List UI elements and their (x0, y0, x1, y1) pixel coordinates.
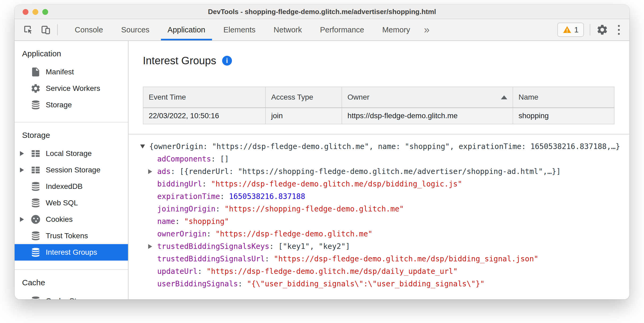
tab-sources[interactable]: Sources (112, 19, 158, 40)
interest-groups-table: Event TimeAccess TypeOwnerName 22/03/202… (143, 87, 614, 124)
sidebar-item-indexeddb[interactable]: IndexedDB (15, 178, 128, 195)
gear-icon (30, 83, 41, 94)
sidebar-section-title: Storage (15, 129, 128, 141)
devtools-toolbar: ConsoleSourcesApplicationElementsNetwork… (15, 19, 629, 41)
sidebar-item-web-sql[interactable]: Web SQL (15, 195, 128, 211)
device-toolbar-icon[interactable] (40, 24, 51, 35)
tree-row[interactable]: expirationTime: 1650538216.837188 (140, 190, 629, 203)
database-icon (30, 197, 41, 209)
tree-row[interactable]: userBiddingSignals: "{\"user_bidding_sig… (140, 278, 629, 290)
table-row[interactable]: 22/03/2022, 10:50:16joinhttps://dsp-fled… (143, 108, 614, 124)
sidebar-section-title: Cache (15, 277, 128, 288)
inspect-element-icon[interactable] (23, 24, 34, 35)
tree-row[interactable]: adComponents: [] (140, 153, 629, 165)
sidebar-item-interest-groups[interactable]: Interest Groups (15, 244, 128, 261)
tree-row[interactable]: name: "shopping" (140, 215, 629, 228)
sidebar-section-application: Application Manifest Service Workers Sto… (15, 41, 128, 122)
tab-console[interactable]: Console (66, 19, 112, 40)
toolbar-separator (57, 24, 58, 35)
sidebar-section-cache: Cache Cache Storage (15, 269, 128, 299)
interest-groups-panel: Interest Groups i Event TimeAccess TypeO… (128, 41, 629, 299)
warning-icon (563, 25, 572, 34)
tree-row[interactable]: trustedBiddingSignalsUrl: "https://dsp-f… (140, 253, 629, 265)
column-header-access-type[interactable]: Access Type (265, 87, 342, 108)
issues-count: 1 (574, 26, 579, 34)
tree-row[interactable]: updateUrl: "https://dsp-fledge-demo.glit… (140, 265, 629, 278)
sidebar-item-cookies[interactable]: Cookies (15, 211, 128, 228)
close-window-icon[interactable] (23, 9, 28, 15)
minimize-window-icon[interactable] (32, 9, 38, 15)
table-cell: 22/03/2022, 10:50:16 (143, 108, 265, 124)
application-sidebar: Application Manifest Service Workers Sto… (15, 41, 128, 299)
column-header-owner[interactable]: Owner (342, 87, 513, 108)
settings-gear-icon[interactable] (596, 24, 608, 36)
table-cell: join (265, 108, 342, 124)
toolbar-separator (590, 24, 590, 35)
tree-row[interactable]: joiningOrigin: "https://shopping-fledge-… (140, 203, 629, 215)
tree-row[interactable]: trustedBiddingSignalsKeys: ["key1", "key… (140, 240, 629, 253)
column-header-event-time[interactable]: Event Time (143, 87, 265, 108)
sidebar-item-storage[interactable]: Storage (15, 97, 128, 113)
sidebar-item-trust-tokens[interactable]: Trust Tokens (15, 228, 128, 244)
page-title: Interest Groups (143, 53, 216, 68)
tab-elements[interactable]: Elements (214, 19, 265, 40)
database-icon (30, 295, 41, 299)
info-icon[interactable]: i (222, 56, 232, 66)
table-cell: https://dsp-fledge-demo.glitch.me (342, 108, 513, 124)
issues-badge[interactable]: 1 (557, 23, 584, 37)
table-icon (30, 164, 41, 176)
expand-caret-icon[interactable] (20, 217, 24, 222)
more-tabs-icon[interactable]: » (419, 19, 434, 40)
sidebar-item-manifest[interactable]: Manifest (15, 64, 128, 80)
titlebar: DevTools - shopping-fledge-demo.glitch.m… (15, 5, 629, 19)
cookie-icon (30, 214, 41, 225)
sidebar-section-title: Application (15, 48, 128, 60)
sidebar-item-session-storage[interactable]: Session Storage (15, 162, 128, 178)
sidebar-item-local-storage[interactable]: Local Storage (15, 145, 128, 162)
sidebar-section-storage: Storage Local Storage Session Storage In… (15, 122, 128, 269)
sidebar-item-cache-storage[interactable]: Cache Storage (15, 293, 128, 299)
expand-caret-icon[interactable] (148, 169, 152, 174)
tree-row[interactable]: ads: [{renderUrl: "https://shopping-fled… (140, 165, 629, 178)
expand-caret-icon[interactable] (148, 244, 152, 249)
tab-network[interactable]: Network (265, 19, 311, 40)
tree-row[interactable]: biddingUrl: "https://dsp-fledge-demo.gli… (140, 178, 629, 190)
sidebar-item-service-workers[interactable]: Service Workers (15, 80, 128, 97)
collapse-caret-icon[interactable] (140, 144, 145, 148)
interest-group-details-tree: {ownerOrigin: "https://dsp-fledge-demo.g… (128, 134, 629, 299)
document-icon (30, 66, 41, 78)
maximize-window-icon[interactable] (42, 9, 48, 15)
devtools-window: DevTools - shopping-fledge-demo.glitch.m… (15, 5, 629, 299)
database-icon (30, 230, 41, 241)
tab-performance[interactable]: Performance (311, 19, 373, 40)
table-cell: shopping (513, 108, 614, 124)
database-icon (30, 247, 41, 258)
column-header-name[interactable]: Name (513, 87, 614, 108)
table-icon (30, 148, 41, 159)
tab-application[interactable]: Application (159, 19, 214, 40)
tab-memory[interactable]: Memory (373, 19, 419, 40)
tree-row[interactable]: ownerOrigin: "https://dsp-fledge-demo.gl… (140, 228, 629, 240)
tree-row[interactable]: {ownerOrigin: "https://dsp-fledge-demo.g… (140, 140, 629, 153)
traffic-lights (23, 9, 48, 15)
sort-ascending-icon (501, 95, 507, 99)
database-icon (30, 99, 41, 110)
expand-caret-icon[interactable] (20, 168, 24, 172)
database-icon (30, 181, 41, 192)
more-options-icon[interactable] (615, 25, 622, 35)
expand-caret-icon[interactable] (20, 151, 24, 156)
panel-tabs: ConsoleSourcesApplicationElementsNetwork… (66, 19, 419, 40)
window-title: DevTools - shopping-fledge-demo.glitch.m… (208, 8, 436, 16)
